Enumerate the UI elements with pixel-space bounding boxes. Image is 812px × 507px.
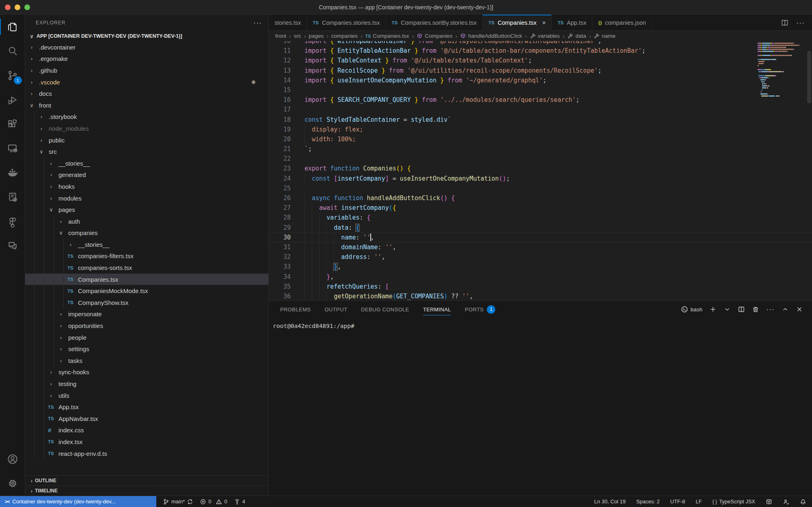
tab-Companies.tsx[interactable]: TSCompanies.tsx× <box>483 15 552 31</box>
close-window-button[interactable] <box>5 4 11 10</box>
encoding-status[interactable]: UTF-8 <box>670 498 685 505</box>
code-line-33[interactable]: 33}, <box>269 262 812 272</box>
remote-indicator[interactable]: >< Container dev-twenty-dev (dev-twenty-… <box>0 496 156 507</box>
shell-selector[interactable]: bash <box>681 306 702 313</box>
tree-item-node-modules[interactable]: ›node_modules <box>25 123 268 134</box>
tree-item-generated[interactable]: ›generated <box>25 169 268 181</box>
git-branch-status[interactable]: main* <box>163 498 193 505</box>
tree-item-people[interactable]: ›people <box>25 332 268 343</box>
run-debug-icon[interactable] <box>0 88 25 112</box>
code-line-14[interactable]: 14import { useInsertOneCompanyMutation }… <box>269 76 812 85</box>
line-number[interactable]: 26 <box>269 193 291 203</box>
explorer-more-actions-icon[interactable]: ··· <box>253 21 262 25</box>
code-line-10[interactable]: 10import { WithTopBarContainer } from '@… <box>269 41 812 46</box>
line-number[interactable]: 24 <box>269 174 291 183</box>
search-icon[interactable] <box>0 39 25 63</box>
panel-more-actions-icon[interactable]: ··· <box>766 307 775 311</box>
file-settings-icon[interactable] <box>0 185 25 209</box>
line-number[interactable]: 22 <box>269 154 291 164</box>
new-terminal-icon[interactable] <box>709 306 717 313</box>
extensions-icon[interactable] <box>0 112 25 136</box>
eol-status[interactable]: LF <box>696 498 702 505</box>
code-line-31[interactable]: 31domainName: '', <box>269 242 812 252</box>
code-editor[interactable]: 10import { WithTopBarContainer } from '@… <box>269 41 812 300</box>
tree-item--stories-[interactable]: ›__stories__ <box>25 239 268 250</box>
line-number[interactable]: 14 <box>269 76 291 85</box>
panel-tab-debug-console[interactable]: DEBUG CONSOLE <box>361 301 409 318</box>
tree-item-modules[interactable]: ›modules <box>25 192 268 204</box>
line-number[interactable]: 29 <box>269 223 291 233</box>
remote-explorer-icon[interactable] <box>0 136 25 161</box>
breadcrumb-item-companies[interactable]: companies <box>331 33 358 39</box>
cursor-position-status[interactable]: Ln 30, Col 19 <box>594 498 626 505</box>
code-line-32[interactable]: 32address: '', <box>269 252 812 262</box>
code-line-19[interactable]: 19display: flex; <box>269 125 812 134</box>
tab-companies.json[interactable]: {}companies.json <box>592 15 652 30</box>
tab-Companies.sortBy.stories.tsx[interactable]: TSCompanies.sortBy.stories.tsx <box>386 15 483 30</box>
tree-item-index.css[interactable]: #index.css <box>25 425 268 436</box>
tree-item-companies-sorts.tsx[interactable]: TScompanies-sorts.tsx <box>25 262 268 274</box>
line-number[interactable]: 11 <box>269 46 291 56</box>
line-number[interactable]: 20 <box>269 134 291 144</box>
code-line-28[interactable]: 28variables: { <box>269 213 812 222</box>
line-number[interactable]: 31 <box>269 242 291 252</box>
kill-terminal-icon[interactable] <box>752 306 759 313</box>
code-line-15[interactable]: 15 <box>269 85 812 95</box>
account-status-icon[interactable] <box>783 498 789 505</box>
tree-item-CompaniesMockMode.tsx[interactable]: TSCompaniesMockMode.tsx <box>25 285 268 297</box>
panel-tab-output[interactable]: OUTPUT <box>324 301 347 318</box>
minimap[interactable] <box>758 43 806 97</box>
code-line-16[interactable]: 16import { SEARCH_COMPANY_QUERY } from '… <box>269 95 812 105</box>
code-line-34[interactable]: 34}, <box>269 272 812 282</box>
code-line-17[interactable]: 17 <box>269 105 812 114</box>
line-number[interactable]: 27 <box>269 203 291 213</box>
explorer-icon[interactable] <box>0 15 25 39</box>
split-terminal-icon[interactable] <box>738 306 745 313</box>
tree-item-hooks[interactable]: ›hooks <box>25 181 268 192</box>
code-line-24[interactable]: 24const [insertCompany] = useInsertOneCo… <box>269 174 812 183</box>
close-tab-icon[interactable]: × <box>542 19 546 26</box>
line-number[interactable]: 13 <box>269 66 291 76</box>
sync-icon[interactable] <box>187 498 193 505</box>
code-line-22[interactable]: 22 <box>269 154 812 164</box>
tree-item-auth[interactable]: ›auth <box>25 216 268 227</box>
code-line-23[interactable]: 23export function Companies() { <box>269 164 812 173</box>
line-number[interactable]: 16 <box>269 95 291 105</box>
minimize-window-button[interactable] <box>15 4 20 10</box>
code-line-13[interactable]: 13import { RecoilScope } from '@/ui/util… <box>269 66 812 76</box>
code-line-12[interactable]: 12import { TableContext } from '@/ui/tab… <box>269 56 812 65</box>
breadcrumb-item-pages[interactable]: pages <box>309 33 324 39</box>
code-line-27[interactable]: 27await insertCompany({ <box>269 203 812 213</box>
tree-item-index.tsx[interactable]: TSindex.tsx <box>25 436 268 448</box>
tree-item-.storybook[interactable]: ›.storybook <box>25 111 268 123</box>
breadcrumb-item-Companies[interactable]: Companies <box>417 33 452 39</box>
line-number[interactable]: 25 <box>269 183 291 193</box>
tree-item-impersonate[interactable]: ›impersonate <box>25 309 268 320</box>
source-control-icon[interactable]: 1 <box>0 63 25 88</box>
terminal-output[interactable]: root@0a42ecd84891:/app# <box>269 318 812 496</box>
breadcrumb-item-data[interactable]: data <box>567 33 586 39</box>
tree-item-react-app-env.d.ts[interactable]: TSreact-app-env.d.ts <box>25 448 268 460</box>
tree-item-src[interactable]: ∨src <box>25 146 268 157</box>
tree-item-AppNavbar.tsx[interactable]: TSAppNavbar.tsx <box>25 413 268 425</box>
tree-item--stories-[interactable]: ›__stories__ <box>25 157 268 169</box>
tree-item-CompanyShow.tsx[interactable]: TSCompanyShow.tsx <box>25 297 268 309</box>
panel-tab-ports[interactable]: PORTS1 <box>465 301 496 318</box>
code-line-29[interactable]: 29data: { <box>269 223 812 233</box>
code-line-26[interactable]: 26async function handleAddButtonClick() … <box>269 193 812 203</box>
line-number[interactable]: 15 <box>269 85 291 95</box>
code-line-25[interactable]: 25 <box>269 183 812 193</box>
workspace-section-header[interactable]: ∨ APP [CONTAINER DEV-TWENTY-DEV (DEV-TWE… <box>25 31 268 41</box>
line-number[interactable]: 17 <box>269 105 291 114</box>
language-mode-status[interactable]: { } TypeScript JSX <box>713 498 755 505</box>
tree-item-front[interactable]: ∨front <box>25 99 268 111</box>
code-line-18[interactable]: 18const StyledTableContainer = styled.di… <box>269 115 812 125</box>
code-line-35[interactable]: 35refetchQueries: [ <box>269 282 812 291</box>
indentation-status[interactable]: Spaces: 2 <box>636 498 660 505</box>
code-line-11[interactable]: 11import { EntityTableActionBar } from '… <box>269 46 812 56</box>
breadcrumb-item-src[interactable]: src <box>294 33 301 39</box>
problems-status[interactable]: 0 0 <box>200 498 227 505</box>
tab-stories.tsx[interactable]: stories.tsx <box>269 15 307 30</box>
breadcrumb-item-Companies.tsx[interactable]: TSCompanies.tsx <box>365 33 409 39</box>
notifications-bell-icon[interactable] <box>800 498 806 505</box>
